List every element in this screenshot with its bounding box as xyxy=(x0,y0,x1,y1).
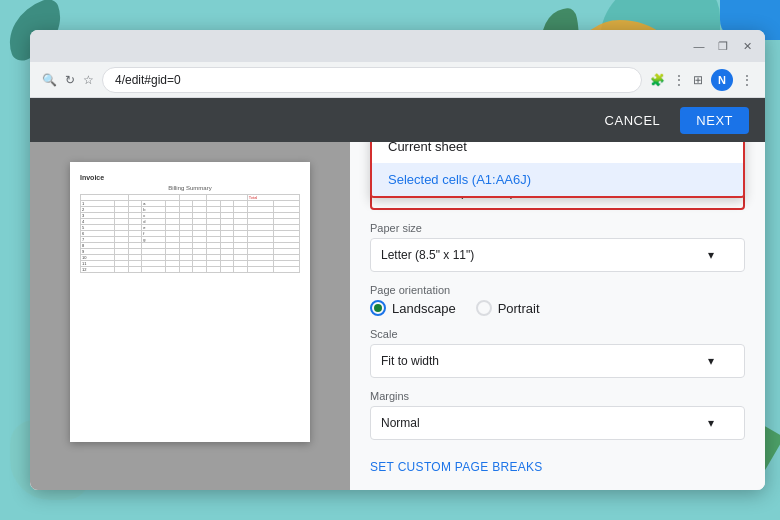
puzzle-icon: 🧩 xyxy=(650,73,665,87)
margins-dropdown[interactable]: Normal ▾ xyxy=(370,406,745,440)
close-button[interactable]: ✕ xyxy=(741,40,753,52)
paper-size-section: Paper size Letter (8.5" x 11") ▾ xyxy=(370,222,745,272)
next-button[interactable]: NEXT xyxy=(680,107,749,134)
paper-size-dropdown[interactable]: Letter (8.5" x 11") ▾ xyxy=(370,238,745,272)
scale-value: Fit to width xyxy=(381,354,439,368)
sheet-preview: Invoice Billing Summary Total 1a 2b 3c xyxy=(70,162,310,442)
menu-icon: ⋮ xyxy=(673,73,685,87)
preview-header: Invoice xyxy=(80,174,300,181)
scale-label: Scale xyxy=(370,328,745,340)
portrait-label: Portrait xyxy=(498,301,540,316)
browser-content: Invoice Billing Summary Total 1a 2b 3c xyxy=(30,142,765,490)
browser-addressbar: 🔍 ↻ ☆ 4/edit#gid=0 🧩 ⋮ ⊞ N ⋮ xyxy=(30,62,765,98)
margins-value: Normal xyxy=(381,416,420,430)
grid-icon: ⊞ xyxy=(693,73,703,87)
page-orientation-label: Page orientation xyxy=(370,284,745,296)
scale-dropdown[interactable]: Fit to width ▾ xyxy=(370,344,745,378)
cancel-button[interactable]: CANCEL xyxy=(593,107,673,134)
orientation-options: Landscape Portrait xyxy=(370,300,745,316)
browser-titlebar: — ❐ ✕ xyxy=(30,30,765,62)
chevron-down-icon: ▾ xyxy=(708,416,714,430)
chevron-down-icon: ▾ xyxy=(708,354,714,368)
dropdown-item-current-sheet[interactable]: Current sheet xyxy=(372,142,743,163)
dropdown-item-selected-cells[interactable]: Selected cells (A1:AA6J) xyxy=(372,163,743,196)
landscape-label: Landscape xyxy=(392,301,456,316)
range-dropdown-wrapper: Current sheet Selected cells (A1:AA6J) S… xyxy=(370,174,745,210)
chevron-down-icon: ▾ xyxy=(708,248,714,262)
paper-size-label: Paper size xyxy=(370,222,745,234)
margins-section: Margins Normal ▾ xyxy=(370,390,745,440)
portrait-option[interactable]: Portrait xyxy=(476,300,540,316)
url-text: 4/edit#gid=0 xyxy=(115,73,181,87)
scale-section: Scale Fit to width ▾ xyxy=(370,328,745,378)
page-orientation-section: Page orientation Landscape Portrait xyxy=(370,284,745,316)
minimize-button[interactable]: — xyxy=(693,40,705,52)
portrait-radio[interactable] xyxy=(476,300,492,316)
print-preview-panel: Invoice Billing Summary Total 1a 2b 3c xyxy=(30,142,350,490)
address-bar[interactable]: 4/edit#gid=0 xyxy=(102,67,642,93)
range-dropdown-menu: Current sheet Selected cells (A1:AA6J) xyxy=(370,142,745,198)
preview-table: Total 1a 2b 3c 4d 5e xyxy=(80,194,300,273)
custom-page-breaks-link[interactable]: SET CUSTOM PAGE BREAKS xyxy=(370,460,745,474)
margins-label: Margins xyxy=(370,390,745,402)
maximize-button[interactable]: ❐ xyxy=(717,40,729,52)
browser-window: — ❐ ✕ 🔍 ↻ ☆ 4/edit#gid=0 🧩 ⋮ ⊞ N ⋮ CANCE… xyxy=(30,30,765,490)
print-toolbar: CANCEL NEXT xyxy=(30,98,765,142)
bookmark-icon: ☆ xyxy=(83,73,94,87)
landscape-radio[interactable] xyxy=(370,300,386,316)
user-avatar[interactable]: N xyxy=(711,69,733,91)
table-row: 12 xyxy=(81,267,300,273)
print-settings-panel: Range Current sheet Selected cells (A1:A… xyxy=(350,142,765,490)
range-section: Range Current sheet Selected cells (A1:A… xyxy=(370,158,745,210)
search-icon: 🔍 xyxy=(42,73,57,87)
paper-size-value: Letter (8.5" x 11") xyxy=(381,248,474,262)
preview-title: Billing Summary xyxy=(80,185,300,191)
more-icon[interactable]: ⋮ xyxy=(741,73,753,87)
landscape-option[interactable]: Landscape xyxy=(370,300,456,316)
refresh-icon: ↻ xyxy=(65,73,75,87)
